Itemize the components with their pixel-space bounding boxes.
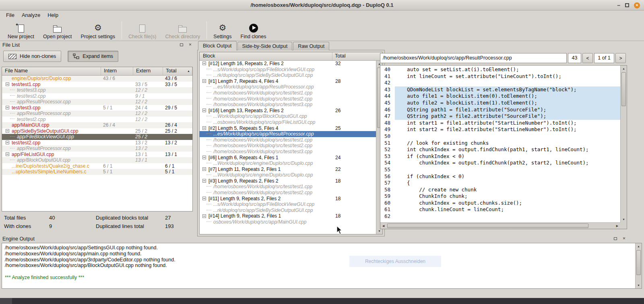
block-group-row[interactable]: [#2] Length 5, Repeats 5, Files 425: [200, 125, 376, 131]
file-row[interactable]: test/test1.cpp33 / 533 / 5: [2, 82, 192, 88]
block-group-row[interactable]: [#6] Length 6, Repeats 4, Files 124: [200, 155, 376, 161]
engine-output-box[interactable]: /home/osboxes/Work/duploq/src/app/Settin…: [2, 243, 642, 289]
scroll-down-icon[interactable]: ▼: [636, 282, 642, 288]
engine-output-scrollbar[interactable]: ▲ ▼: [635, 243, 642, 288]
file-row[interactable]: app/FileListGUI.cpp13 / 113 / 1: [2, 152, 192, 158]
collapse-expander-icon[interactable]: [202, 79, 206, 83]
file-row[interactable]: app/SideBySideOutputGUI.cpp25 / 225 / 2: [2, 128, 192, 134]
settings-button[interactable]: Settings: [209, 20, 236, 40]
block-group-row[interactable]: [#11] Length 9, Repeats 2, Files 218: [200, 196, 376, 202]
close-panel-button[interactable]: ✕: [621, 236, 627, 241]
menu-analyze[interactable]: Analyze: [18, 11, 44, 19]
scroll-up-icon[interactable]: ▲: [621, 66, 627, 72]
file-row[interactable]: app/ResultProcessor.cpp13 / 2: [2, 146, 192, 152]
line-number-field[interactable]: 43: [568, 53, 581, 63]
collapse-expander-icon[interactable]: [6, 141, 9, 144]
file-row[interactable]: test/test2.cpp13 / 213 / 2: [2, 140, 192, 146]
minimize-button[interactable]: –: [617, 3, 620, 7]
block-group-row[interactable]: [#1] Length 7, Repeats 4, Files 428: [200, 78, 376, 84]
code-vertical-scrollbar[interactable]: ▲ ▼: [620, 66, 627, 222]
maximize-button[interactable]: [625, 3, 629, 7]
block-group-row[interactable]: [#16] Length 13, Repeats 2, Files 226: [200, 108, 376, 114]
collapse-expander-icon[interactable]: [202, 167, 206, 171]
block-file-row[interactable]: /home/osboxes/Work/duploq/src/test/test2…: [200, 96, 376, 102]
block-file-row[interactable]: /home/osboxes/Work/duploq/src/test/test2…: [200, 190, 376, 196]
prev-occurrence-button[interactable]: <: [582, 53, 593, 63]
block-file-row[interactable]: ...es/Work/duploq/src/app/ResultProcesso…: [200, 84, 376, 90]
hide-non-clones-button[interactable]: Hide non-clones: [3, 51, 61, 62]
collapse-expander-icon[interactable]: [202, 109, 206, 112]
file-row[interactable]: engine/Duplo/src/Duplo.cpp43 / 643 / 6: [2, 76, 192, 82]
collapse-expander-icon[interactable]: [202, 62, 206, 65]
open-project-button[interactable]: Open project: [39, 20, 76, 40]
block-file-row[interactable]: ...rk/duploq/src/app/SideBySideOutputGUI…: [200, 72, 376, 78]
collapse-expander-icon[interactable]: [202, 214, 206, 218]
file-path-field[interactable]: /home/osboxes/Work/duploq/src/app/Result…: [380, 53, 567, 63]
block-file-row[interactable]: ...Work/duploq/src/app/BlockOutputGUI.cp…: [200, 113, 376, 119]
scroll-up-icon[interactable]: ▲: [636, 243, 642, 249]
block-file-row[interactable]: ...osboxes/Work/duploq/src/app/FileListG…: [200, 119, 376, 125]
file-row[interactable]: test/test3.cpp12 / 2: [2, 87, 192, 93]
file-list-column-total[interactable]: Total▲: [163, 67, 192, 75]
float-panel-button[interactable]: [612, 236, 618, 241]
float-panel-button[interactable]: [178, 42, 184, 47]
scrollbar-thumb[interactable]: [636, 250, 641, 275]
block-file-row[interactable]: ...s/Work/duploq/src/app/FileBlockViewGU…: [200, 67, 376, 73]
block-file-row[interactable]: ...s/Work/duploq/src/app/FileBlockViewGU…: [200, 201, 376, 207]
collapse-expander-icon[interactable]: [6, 152, 9, 156]
file-list-column-intern[interactable]: Intern: [101, 67, 133, 75]
file-row[interactable]: app/ResultProcessor.cpp12 / 2: [2, 99, 192, 105]
project-settings-button[interactable]: Project settings: [76, 20, 120, 40]
file-row[interactable]: app/MainGUI.cpp26 / 426 / 4: [2, 122, 192, 128]
block-file-row[interactable]: /home/osboxes/Work/duploq/src/test/test3…: [200, 149, 376, 155]
file-row[interactable]: app/BlockOutputGUI.cpp13 / 1: [2, 157, 192, 163]
block-file-row[interactable]: /home/osboxes/Work/duploq/src/test/test2…: [200, 143, 376, 149]
column-header-total[interactable]: Total: [332, 52, 382, 60]
file-row[interactable]: test/test2.cpp12 / 2: [2, 117, 192, 123]
block-file-row[interactable]: ...es/Work/duploq/src/app/ResultProcesso…: [200, 131, 376, 137]
block-file-row[interactable]: ...rk/duploq/src/app/SideBySideOutputGUI…: [200, 207, 376, 214]
close-button[interactable]: ✕: [634, 2, 640, 8]
block-file-row[interactable]: /home/osboxes/Work/duploq/src/test/test1…: [200, 184, 376, 190]
tab-block-output[interactable]: Block Output: [198, 41, 237, 50]
column-header-block[interactable]: Block: [200, 52, 332, 60]
collapse-expander-icon[interactable]: [202, 126, 206, 130]
block-file-row[interactable]: /home/osboxes/Work/duploq/src/test/test3…: [200, 102, 376, 108]
menu-file[interactable]: File: [2, 11, 18, 19]
collapse-expander-icon[interactable]: [202, 156, 206, 159]
titlebar[interactable]: /home/osboxes/Work/duploq/src/duploq.dqp…: [0, 0, 644, 10]
block-file-row[interactable]: ...Work/duploq/src/engine/Duplo/src/Dupl…: [200, 172, 376, 178]
find-clones-button[interactable]: Find clones: [236, 20, 271, 40]
tab-raw-output[interactable]: Raw Output: [293, 42, 329, 50]
block-file-row[interactable]: osboxes/Work/duploq/src/app/MainGUI.cpp: [200, 219, 376, 225]
collapse-expander-icon[interactable]: [6, 82, 9, 86]
new-project-button[interactable]: New project: [3, 20, 39, 40]
file-row[interactable]: test/test2.cpp9 / 1: [2, 93, 192, 99]
collapse-expander-icon[interactable]: [202, 179, 206, 183]
scroll-down-icon[interactable]: ▼: [621, 216, 627, 222]
scroll-right-icon[interactable]: ▶: [614, 223, 620, 229]
block-group-row[interactable]: [#7] Length 11, Repeats 2, Files 122: [200, 166, 376, 173]
close-panel-button[interactable]: ✕: [187, 42, 193, 47]
collapse-expander-icon[interactable]: [6, 129, 9, 133]
scrollbar-thumb[interactable]: [387, 224, 588, 228]
block-file-row[interactable]: /home/osboxes/Work/duploq/src/test/test1…: [200, 137, 376, 143]
block-file-row[interactable]: /home/osboxes/Work/duploq/src/test/test1…: [200, 90, 376, 96]
menu-help[interactable]: Help: [44, 11, 62, 19]
block-group-row[interactable]: [#12] Length 16, Repeats 2, Files 232: [200, 61, 376, 67]
file-row[interactable]: app/FileBlockViewGUI.cpp25 / 2: [2, 134, 192, 140]
next-occurrence-button[interactable]: >: [615, 53, 626, 63]
block-group-row[interactable]: [#14] Length 9, Repeats 2, Files 118: [200, 213, 376, 219]
block-group-row[interactable]: [#3] Length 9, Repeats 2, Files 218: [200, 178, 376, 184]
file-row[interactable]: test/test3.cpp5 / 124 / 429 / 5: [2, 105, 192, 111]
expand-items-button[interactable]: Expand items: [68, 51, 118, 62]
scrollbar-thumb[interactable]: [621, 72, 626, 106]
collapse-expander-icon[interactable]: [6, 106, 9, 109]
collapse-expander-icon[interactable]: [202, 197, 206, 200]
code-horizontal-scrollbar[interactable]: ◀ ▶: [380, 222, 620, 229]
file-list-column-file-name[interactable]: File Name: [2, 67, 101, 75]
file-row[interactable]: ...uplo/tests/Simple/LineNumbers.c5 / 15…: [2, 169, 192, 175]
tab-side-by-side-output[interactable]: Side-by-Side Output: [237, 42, 293, 50]
file-row[interactable]: app/ResultProcessor.cpp12 / 2: [2, 111, 192, 117]
file-row[interactable]: ...ine/Duplo/tests/Quake2/g_chase.c6 / 1…: [2, 163, 192, 169]
